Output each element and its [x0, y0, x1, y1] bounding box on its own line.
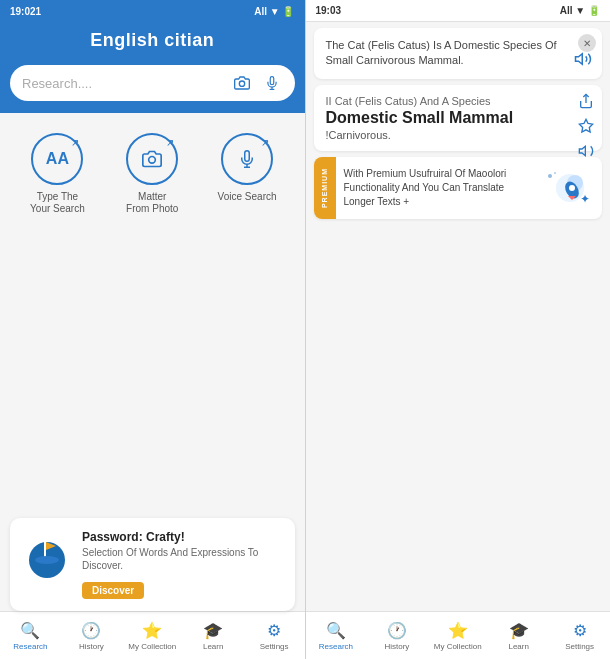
nav-collection-left[interactable]: ⭐ My Collection	[122, 621, 183, 651]
matter-label: MatterFrom Photo	[126, 191, 178, 215]
collection-icon: ⭐	[142, 621, 162, 640]
feature-voice[interactable]: ↗ Voice Search	[212, 133, 282, 215]
learn-icon-right: 🎓	[509, 621, 529, 640]
premium-badge: PREMIUM	[314, 157, 336, 219]
camera-feature-icon: ↗	[126, 133, 178, 185]
voice-label: Voice Search	[218, 191, 277, 203]
svg-marker-13	[576, 54, 583, 65]
features-section: AA ↗ Type TheYour Search ↗ MatterFrom Ph…	[0, 113, 305, 225]
share-icon[interactable]	[578, 93, 594, 112]
history-icon: 🕐	[81, 621, 101, 640]
history-label: History	[79, 642, 104, 651]
svg-point-23	[554, 172, 556, 174]
settings-icon-right: ⚙	[573, 621, 587, 640]
time-right: 19:03	[316, 5, 342, 16]
mic-icon[interactable]	[261, 72, 283, 94]
learn-icon: 🎓	[203, 621, 223, 640]
research-label-right: Research	[319, 642, 353, 651]
nav-collection-right[interactable]: ⭐ My Collection	[427, 621, 488, 651]
premium-illustration: ✦	[540, 168, 590, 208]
discover-button[interactable]: Discover	[82, 582, 144, 599]
wod-description: Selection Of Words And Expressions To Di…	[82, 546, 283, 572]
bottom-nav-right: 🔍 Research 🕐 History ⭐ My Collection 🎓 L…	[306, 611, 611, 659]
svg-point-3	[149, 157, 156, 164]
nav-learn-left[interactable]: 🎓 Learn	[183, 621, 244, 651]
research-icon: 🔍	[20, 621, 40, 640]
time-left: 19:021	[10, 6, 41, 17]
search-placeholder: Research....	[22, 76, 231, 91]
svg-point-9	[26, 559, 28, 561]
result-subtitle: II Cat (Felis Catus) And A Species	[326, 95, 591, 107]
result-tag: !Carnivorous.	[326, 129, 591, 141]
collection-icon-right: ⭐	[448, 621, 468, 640]
wod-illustration	[22, 530, 72, 580]
search-icons	[231, 72, 283, 94]
research-icon-right: 🔍	[326, 621, 346, 640]
word-of-day-card: Password: Crafty! Selection Of Words And…	[10, 518, 295, 611]
indicators-right: All ▼ 🔋	[560, 5, 600, 16]
premium-content: With Premium Usufruiral Of Maoolori Func…	[344, 167, 533, 209]
nav-history-left[interactable]: 🕐 History	[61, 621, 122, 651]
search-bar-container: Research....	[0, 65, 305, 113]
result-card-2: II Cat (Felis Catus) And A Species Domes…	[314, 85, 603, 151]
feature-type[interactable]: AA ↗ Type TheYour Search	[22, 133, 92, 215]
star-icon[interactable]	[578, 118, 594, 137]
nav-history-right[interactable]: 🕐 History	[366, 621, 427, 651]
settings-label-right: Settings	[565, 642, 594, 651]
indicators-left: All ▼ 🔋	[254, 6, 294, 17]
right-spacer	[306, 219, 611, 611]
search-bar[interactable]: Research....	[10, 65, 295, 101]
wod-title: Password: Crafty!	[82, 530, 283, 544]
right-panel: 19:03 All ▼ 🔋 The Cat (Felis Catus) Is A…	[306, 0, 611, 659]
header-left: English citian	[0, 22, 305, 65]
type-icon: AA ↗	[31, 133, 83, 185]
research-label: Research	[13, 642, 47, 651]
svg-point-8	[63, 541, 66, 544]
nav-settings-left[interactable]: ⚙ Settings	[244, 621, 305, 651]
sound-icon-1[interactable]	[574, 50, 592, 71]
svg-point-12	[35, 556, 59, 564]
feature-matter[interactable]: ↗ MatterFrom Photo	[117, 133, 187, 215]
result-text-1: The Cat (Felis Catus) Is A Domestic Spec…	[326, 38, 591, 69]
nav-learn-right[interactable]: 🎓 Learn	[488, 621, 549, 651]
collection-label: My Collection	[128, 642, 176, 651]
svg-point-0	[239, 81, 244, 86]
learn-label-right: Learn	[508, 642, 528, 651]
collection-label-right: My Collection	[434, 642, 482, 651]
result-main-title: Domestic Small Mammal	[326, 109, 591, 127]
svg-marker-16	[579, 146, 585, 155]
left-panel: 19:021 All ▼ 🔋 English citian Research..…	[0, 0, 305, 659]
svg-text:✦: ✦	[580, 192, 590, 206]
history-label-right: History	[384, 642, 409, 651]
settings-icon: ⚙	[267, 621, 281, 640]
premium-banner: PREMIUM With Premium Usufruiral Of Maool…	[314, 157, 603, 219]
camera-icon[interactable]	[231, 72, 253, 94]
learn-label: Learn	[203, 642, 223, 651]
type-label: Type TheYour Search	[30, 191, 85, 215]
result-card-1: The Cat (Felis Catus) Is A Domestic Spec…	[314, 28, 603, 79]
bottom-nav-left: 🔍 Research 🕐 History ⭐ My Collection 🎓 L…	[0, 611, 305, 659]
premium-badge-text: PREMIUM	[321, 168, 328, 208]
nav-research-right[interactable]: 🔍 Research	[306, 621, 367, 651]
svg-marker-15	[579, 119, 592, 132]
mic-feature-icon: ↗	[221, 133, 273, 185]
result-actions	[578, 93, 594, 162]
svg-point-22	[548, 174, 552, 178]
svg-point-7	[28, 543, 32, 547]
status-bar-left: 19:021 All ▼ 🔋	[0, 0, 305, 22]
history-icon-right: 🕐	[387, 621, 407, 640]
status-bar-right: 19:03 All ▼ 🔋	[306, 0, 611, 22]
nav-settings-right[interactable]: ⚙ Settings	[549, 621, 610, 651]
nav-research-left[interactable]: 🔍 Research	[0, 621, 61, 651]
wod-content: Password: Crafty! Selection Of Words And…	[82, 530, 283, 599]
app-title: English citian	[12, 30, 293, 51]
settings-label: Settings	[260, 642, 289, 651]
svg-point-20	[569, 185, 575, 191]
